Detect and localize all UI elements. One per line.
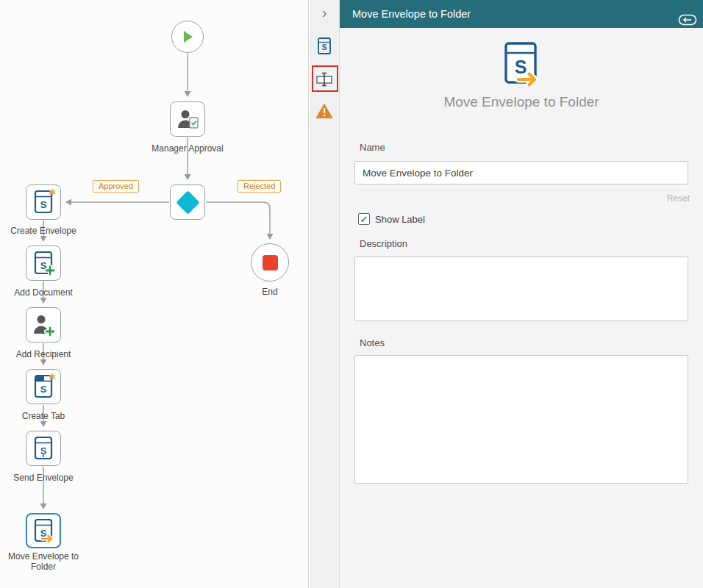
- warning-icon: [315, 103, 333, 119]
- annotation-highlight-box: [312, 65, 338, 92]
- workflow-canvas[interactable]: Manager Approval Approved Rejected S ✱ C…: [0, 0, 309, 588]
- description-label: Description: [360, 238, 407, 249]
- move-envelope-icon: S: [32, 518, 54, 543]
- edge-label-rejected: Rejected: [238, 180, 281, 193]
- add-recipient-icon: [32, 313, 54, 337]
- panel-header-title: Move Envelope to Folder: [352, 8, 471, 20]
- node-label: Create Envelope: [10, 226, 76, 236]
- notes-textarea[interactable]: [354, 355, 688, 484]
- show-label-checkbox[interactable]: ✓: [358, 213, 370, 225]
- node-create-tab[interactable]: S ✱: [26, 369, 61, 404]
- create-tab-icon: S ✱: [32, 374, 54, 399]
- properties-panel: Move Envelope to Folder S Move Envelope …: [340, 0, 703, 588]
- notes-label: Notes: [360, 337, 385, 348]
- play-icon: [180, 29, 195, 44]
- node-label: Create Tab: [22, 411, 65, 421]
- node-label: Move Envelope to Folder: [0, 551, 88, 573]
- tab-envelope[interactable]: S: [310, 37, 339, 56]
- node-move-envelope-to-folder[interactable]: S: [26, 513, 61, 548]
- svg-text:S: S: [40, 199, 47, 210]
- node-manager-approval[interactable]: [170, 101, 205, 137]
- decision-diamond-icon: [176, 190, 200, 215]
- reset-link[interactable]: Reset: [667, 193, 690, 204]
- node-label: End: [262, 287, 277, 297]
- workflow-designer: Manager Approval Approved Rejected S ✱ C…: [0, 0, 703, 588]
- node-send-envelope[interactable]: S: [26, 431, 61, 466]
- svg-text:S: S: [515, 57, 527, 77]
- node-create-envelope[interactable]: S ✱: [26, 184, 61, 220]
- svg-text:S: S: [322, 43, 327, 51]
- panel-header: Move Envelope to Folder: [340, 0, 703, 28]
- panel-body: S Move Envelope to Folder Name Reset ✓ S…: [340, 28, 703, 588]
- create-envelope-icon: S ✱: [32, 190, 54, 215]
- add-document-icon: S: [32, 251, 54, 276]
- node-label: Add Recipient: [16, 349, 71, 359]
- collapse-chevron-icon[interactable]: ›: [310, 4, 339, 21]
- panel-toolstrip: › S: [310, 0, 340, 588]
- node-add-recipient[interactable]: [26, 307, 61, 343]
- node-label: Manager Approval: [151, 143, 223, 154]
- node-end[interactable]: [251, 243, 289, 282]
- move-envelope-hero-icon: S: [340, 41, 703, 93]
- name-input[interactable]: [354, 161, 688, 184]
- send-envelope-icon: S: [32, 436, 54, 461]
- node-label: Send Envelope: [13, 473, 73, 483]
- end-stop-icon: [263, 255, 278, 270]
- envelope-icon: S: [316, 37, 332, 56]
- svg-text:✱: ✱: [49, 372, 56, 382]
- svg-text:S: S: [40, 384, 47, 395]
- show-label-label: Show Label: [375, 214, 425, 225]
- user-task-icon: [176, 108, 199, 130]
- panel-hero-title: Move Envelope to Folder: [340, 94, 703, 110]
- node-add-document[interactable]: S: [26, 245, 61, 281]
- edge-label-approved: Approved: [93, 180, 139, 193]
- name-label: Name: [360, 142, 385, 153]
- tab-warnings[interactable]: [310, 103, 339, 119]
- node-decision[interactable]: [170, 184, 205, 220]
- svg-text:✱: ✱: [49, 187, 56, 198]
- node-label: Add Document: [14, 287, 72, 298]
- node-start[interactable]: [171, 21, 204, 53]
- check-icon: ✓: [360, 215, 368, 224]
- description-textarea[interactable]: [354, 257, 688, 321]
